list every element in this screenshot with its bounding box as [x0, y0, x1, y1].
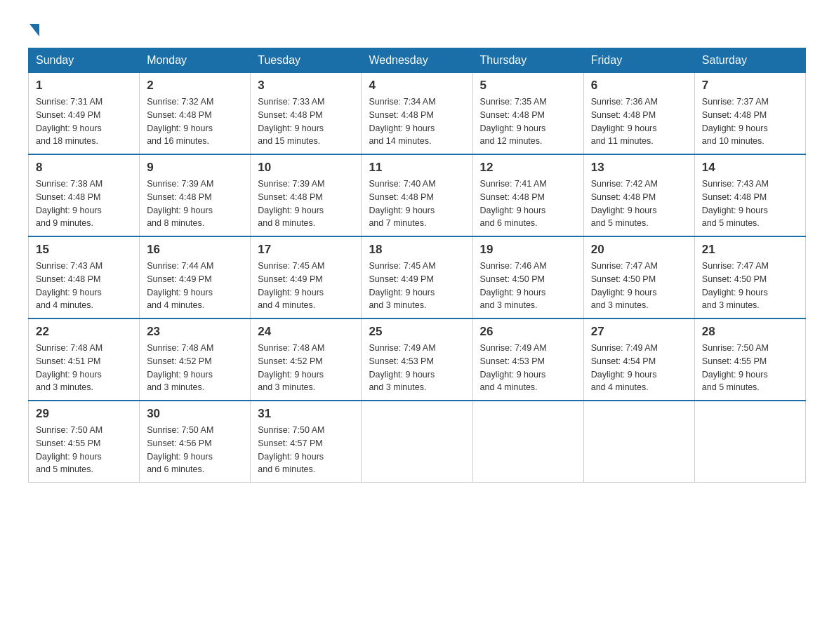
- day-number: 3: [258, 79, 354, 93]
- day-info: Sunrise: 7:50 AM Sunset: 4:55 PM Dayligh…: [702, 342, 798, 394]
- day-info: Sunrise: 7:46 AM Sunset: 4:50 PM Dayligh…: [480, 260, 576, 312]
- day-number: 15: [36, 243, 132, 257]
- calendar-cell: 30 Sunrise: 7:50 AM Sunset: 4:56 PM Dayl…: [140, 401, 251, 483]
- calendar-cell: 5 Sunrise: 7:35 AM Sunset: 4:48 PM Dayli…: [472, 73, 583, 155]
- calendar-cell: [694, 401, 805, 483]
- day-info: Sunrise: 7:41 AM Sunset: 4:48 PM Dayligh…: [480, 177, 576, 230]
- calendar-cell: 12 Sunrise: 7:41 AM Sunset: 4:48 PM Dayl…: [472, 154, 583, 236]
- day-info: Sunrise: 7:47 AM Sunset: 4:50 PM Dayligh…: [702, 260, 798, 312]
- day-number: 27: [591, 325, 687, 339]
- calendar-cell: 13 Sunrise: 7:42 AM Sunset: 4:48 PM Dayl…: [583, 154, 694, 236]
- day-number: 18: [369, 243, 465, 257]
- calendar-cell: 19 Sunrise: 7:46 AM Sunset: 4:50 PM Dayl…: [472, 236, 583, 318]
- calendar-cell: 9 Sunrise: 7:39 AM Sunset: 4:48 PM Dayli…: [140, 154, 251, 236]
- calendar-cell: 29 Sunrise: 7:50 AM Sunset: 4:55 PM Dayl…: [29, 401, 140, 483]
- weekday-header-thursday: Thursday: [472, 48, 583, 73]
- weekday-header-wednesday: Wednesday: [362, 48, 472, 73]
- day-number: 30: [147, 407, 243, 421]
- day-number: 28: [702, 325, 798, 339]
- day-number: 2: [147, 79, 243, 93]
- calendar-cell: 25 Sunrise: 7:49 AM Sunset: 4:53 PM Dayl…: [362, 318, 472, 401]
- day-info: Sunrise: 7:49 AM Sunset: 4:54 PM Dayligh…: [591, 342, 687, 394]
- weekday-header-friday: Friday: [583, 48, 694, 73]
- day-info: Sunrise: 7:50 AM Sunset: 4:55 PM Dayligh…: [36, 424, 132, 476]
- day-number: 17: [258, 243, 354, 257]
- day-info: Sunrise: 7:48 AM Sunset: 4:51 PM Dayligh…: [36, 342, 132, 394]
- day-number: 29: [36, 407, 132, 421]
- day-info: Sunrise: 7:31 AM Sunset: 4:49 PM Dayligh…: [36, 95, 132, 148]
- calendar-week-4: 22 Sunrise: 7:48 AM Sunset: 4:51 PM Dayl…: [29, 318, 806, 401]
- day-number: 14: [702, 161, 798, 175]
- calendar-cell: 21 Sunrise: 7:47 AM Sunset: 4:50 PM Dayl…: [694, 236, 805, 318]
- day-number: 23: [147, 325, 243, 339]
- day-number: 7: [702, 79, 798, 93]
- day-number: 9: [147, 161, 243, 175]
- calendar-cell: 17 Sunrise: 7:45 AM Sunset: 4:49 PM Dayl…: [251, 236, 362, 318]
- day-info: Sunrise: 7:37 AM Sunset: 4:48 PM Dayligh…: [702, 95, 798, 148]
- calendar-cell: 26 Sunrise: 7:49 AM Sunset: 4:53 PM Dayl…: [472, 318, 583, 401]
- day-number: 19: [480, 243, 576, 257]
- day-info: Sunrise: 7:38 AM Sunset: 4:48 PM Dayligh…: [36, 177, 132, 230]
- calendar-cell: 6 Sunrise: 7:36 AM Sunset: 4:48 PM Dayli…: [583, 73, 694, 155]
- calendar-week-5: 29 Sunrise: 7:50 AM Sunset: 4:55 PM Dayl…: [29, 401, 806, 483]
- calendar-week-1: 1 Sunrise: 7:31 AM Sunset: 4:49 PM Dayli…: [29, 73, 806, 155]
- day-number: 10: [258, 161, 354, 175]
- calendar-cell: 14 Sunrise: 7:43 AM Sunset: 4:48 PM Dayl…: [694, 154, 805, 236]
- day-number: 20: [591, 243, 687, 257]
- calendar-week-3: 15 Sunrise: 7:43 AM Sunset: 4:48 PM Dayl…: [29, 236, 806, 318]
- calendar-cell: 31 Sunrise: 7:50 AM Sunset: 4:57 PM Dayl…: [251, 401, 362, 483]
- day-info: Sunrise: 7:33 AM Sunset: 4:48 PM Dayligh…: [258, 95, 354, 148]
- calendar-cell: 28 Sunrise: 7:50 AM Sunset: 4:55 PM Dayl…: [694, 318, 805, 401]
- calendar-cell: 4 Sunrise: 7:34 AM Sunset: 4:48 PM Dayli…: [362, 73, 472, 155]
- day-number: 4: [369, 79, 465, 93]
- day-info: Sunrise: 7:45 AM Sunset: 4:49 PM Dayligh…: [258, 260, 354, 312]
- day-number: 16: [147, 243, 243, 257]
- calendar-week-2: 8 Sunrise: 7:38 AM Sunset: 4:48 PM Dayli…: [29, 154, 806, 236]
- day-number: 8: [36, 161, 132, 175]
- day-number: 24: [258, 325, 354, 339]
- day-info: Sunrise: 7:48 AM Sunset: 4:52 PM Dayligh…: [258, 342, 354, 394]
- day-info: Sunrise: 7:45 AM Sunset: 4:49 PM Dayligh…: [369, 260, 465, 312]
- page-header: [28, 21, 806, 34]
- day-number: 12: [480, 161, 576, 175]
- calendar-cell: 11 Sunrise: 7:40 AM Sunset: 4:48 PM Dayl…: [362, 154, 472, 236]
- weekday-header-tuesday: Tuesday: [251, 48, 362, 73]
- calendar-cell: 20 Sunrise: 7:47 AM Sunset: 4:50 PM Dayl…: [583, 236, 694, 318]
- day-number: 11: [369, 161, 465, 175]
- day-number: 5: [480, 79, 576, 93]
- weekday-header-sunday: Sunday: [29, 48, 140, 73]
- day-number: 22: [36, 325, 132, 339]
- day-number: 21: [702, 243, 798, 257]
- day-info: Sunrise: 7:39 AM Sunset: 4:48 PM Dayligh…: [258, 177, 354, 230]
- day-info: Sunrise: 7:36 AM Sunset: 4:48 PM Dayligh…: [591, 95, 687, 148]
- day-info: Sunrise: 7:43 AM Sunset: 4:48 PM Dayligh…: [702, 177, 798, 230]
- calendar-cell: 22 Sunrise: 7:48 AM Sunset: 4:51 PM Dayl…: [29, 318, 140, 401]
- day-info: Sunrise: 7:49 AM Sunset: 4:53 PM Dayligh…: [480, 342, 576, 394]
- day-number: 26: [480, 325, 576, 339]
- calendar-cell: 7 Sunrise: 7:37 AM Sunset: 4:48 PM Dayli…: [694, 73, 805, 155]
- weekday-header-monday: Monday: [140, 48, 251, 73]
- calendar-cell: 18 Sunrise: 7:45 AM Sunset: 4:49 PM Dayl…: [362, 236, 472, 318]
- day-info: Sunrise: 7:42 AM Sunset: 4:48 PM Dayligh…: [591, 177, 687, 230]
- calendar-cell: 3 Sunrise: 7:33 AM Sunset: 4:48 PM Dayli…: [251, 73, 362, 155]
- calendar-cell: [583, 401, 694, 483]
- day-info: Sunrise: 7:50 AM Sunset: 4:57 PM Dayligh…: [258, 424, 354, 476]
- day-info: Sunrise: 7:34 AM Sunset: 4:48 PM Dayligh…: [369, 95, 465, 148]
- day-info: Sunrise: 7:32 AM Sunset: 4:48 PM Dayligh…: [147, 95, 243, 148]
- calendar-cell: 2 Sunrise: 7:32 AM Sunset: 4:48 PM Dayli…: [140, 73, 251, 155]
- calendar-cell: 16 Sunrise: 7:44 AM Sunset: 4:49 PM Dayl…: [140, 236, 251, 318]
- day-number: 31: [258, 407, 354, 421]
- day-number: 1: [36, 79, 132, 93]
- calendar-cell: 27 Sunrise: 7:49 AM Sunset: 4:54 PM Dayl…: [583, 318, 694, 401]
- calendar-cell: 15 Sunrise: 7:43 AM Sunset: 4:48 PM Dayl…: [29, 236, 140, 318]
- day-info: Sunrise: 7:44 AM Sunset: 4:49 PM Dayligh…: [147, 260, 243, 312]
- day-number: 6: [591, 79, 687, 93]
- day-info: Sunrise: 7:49 AM Sunset: 4:53 PM Dayligh…: [369, 342, 465, 394]
- day-info: Sunrise: 7:48 AM Sunset: 4:52 PM Dayligh…: [147, 342, 243, 394]
- calendar-cell: 10 Sunrise: 7:39 AM Sunset: 4:48 PM Dayl…: [251, 154, 362, 236]
- weekday-header-row: SundayMondayTuesdayWednesdayThursdayFrid…: [29, 48, 806, 73]
- logo-arrow-icon: [29, 24, 39, 36]
- day-info: Sunrise: 7:40 AM Sunset: 4:48 PM Dayligh…: [369, 177, 465, 230]
- logo: [28, 21, 39, 34]
- calendar-table: SundayMondayTuesdayWednesdayThursdayFrid…: [28, 48, 806, 483]
